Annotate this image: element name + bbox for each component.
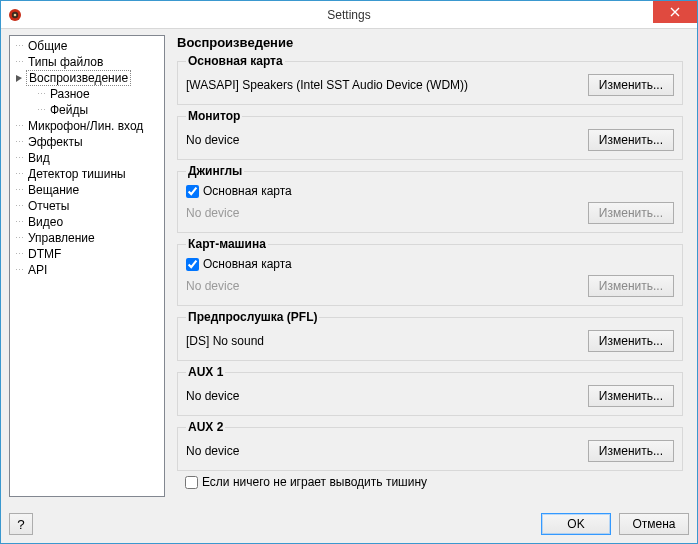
window-title: Settings: [1, 8, 697, 22]
close-button[interactable]: [653, 1, 697, 23]
cart-device: No device: [186, 279, 580, 293]
group-legend: Джинглы: [186, 164, 244, 178]
titlebar: Settings: [1, 1, 697, 29]
group-legend: Карт-машина: [186, 237, 268, 251]
tree-item-effects[interactable]: ⋯Эффекты: [10, 134, 164, 150]
settings-window: Settings ⋯Общие ⋯Типы файлов Воспроизвед…: [0, 0, 698, 544]
tree-item-dtmf[interactable]: ⋯DTMF: [10, 246, 164, 262]
svg-point-2: [14, 13, 17, 16]
help-button[interactable]: ?: [9, 513, 33, 535]
aux1-change-button[interactable]: Изменить...: [588, 385, 674, 407]
tree-item-common[interactable]: ⋯Общие: [10, 38, 164, 54]
tree-item-reports[interactable]: ⋯Отчеты: [10, 198, 164, 214]
pfl-change-button[interactable]: Изменить...: [588, 330, 674, 352]
tree-leaf-icon: ⋯: [14, 201, 25, 212]
tree-item-filetypes[interactable]: ⋯Типы файлов: [10, 54, 164, 70]
tree-leaf-icon: ⋯: [14, 121, 25, 132]
group-legend: Монитор: [186, 109, 242, 123]
app-icon: [7, 7, 23, 23]
ok-button[interactable]: OK: [541, 513, 611, 535]
cart-use-main-input[interactable]: [186, 258, 199, 271]
monitor-change-button[interactable]: Изменить...: [588, 129, 674, 151]
group-legend: Основная карта: [186, 54, 285, 68]
cancel-button[interactable]: Отмена: [619, 513, 689, 535]
group-legend: Предпрослушка (PFL): [186, 310, 319, 324]
tree-leaf-icon: ⋯: [14, 265, 25, 276]
tree-item-fades[interactable]: ⋯Фейды: [10, 102, 164, 118]
cart-use-main-checkbox[interactable]: Основная карта: [186, 257, 674, 271]
pfl-device: [DS] No sound: [186, 334, 580, 348]
tree-item-broadcast[interactable]: ⋯Вещание: [10, 182, 164, 198]
cart-change-button: Изменить...: [588, 275, 674, 297]
content-panel: Воспроизведение Основная карта [WASAPI] …: [173, 35, 689, 497]
group-legend: AUX 2: [186, 420, 225, 434]
nav-tree[interactable]: ⋯Общие ⋯Типы файлов Воспроизведение ⋯Раз…: [9, 35, 165, 497]
tree-item-silence[interactable]: ⋯Детектор тишины: [10, 166, 164, 182]
tree-leaf-icon: ⋯: [14, 233, 25, 244]
main-card-device: [WASAPI] Speakers (Intel SST Audio Devic…: [186, 78, 580, 92]
tree-leaf-icon: ⋯: [14, 57, 25, 68]
monitor-device: No device: [186, 133, 580, 147]
aux2-change-button[interactable]: Изменить...: [588, 440, 674, 462]
aux2-device: No device: [186, 444, 580, 458]
tree-leaf-icon: ⋯: [14, 217, 25, 228]
bottom-bar: ? OK Отмена: [1, 505, 697, 543]
close-icon: [670, 7, 680, 17]
tree-leaf-icon: ⋯: [14, 41, 25, 52]
tree-item-api[interactable]: ⋯API: [10, 262, 164, 278]
jingles-device: No device: [186, 206, 580, 220]
tree-item-view[interactable]: ⋯Вид: [10, 150, 164, 166]
tree-leaf-icon: ⋯: [14, 153, 25, 164]
group-legend: AUX 1: [186, 365, 225, 379]
tree-leaf-icon: ⋯: [14, 185, 25, 196]
tree-item-misc[interactable]: ⋯Разное: [10, 86, 164, 102]
group-main-card: Основная карта [WASAPI] Speakers (Intel …: [177, 54, 683, 105]
jingles-change-button: Изменить...: [588, 202, 674, 224]
group-pfl: Предпрослушка (PFL) [DS] No sound Измени…: [177, 310, 683, 361]
tree-item-playback[interactable]: Воспроизведение: [10, 70, 164, 86]
tree-leaf-icon: ⋯: [36, 89, 47, 100]
tree-expand-icon[interactable]: [14, 73, 25, 84]
tree-item-control[interactable]: ⋯Управление: [10, 230, 164, 246]
tree-leaf-icon: ⋯: [36, 105, 47, 116]
aux1-device: No device: [186, 389, 580, 403]
output-silence-input[interactable]: [185, 476, 198, 489]
group-aux1: AUX 1 No device Изменить...: [177, 365, 683, 416]
group-monitor: Монитор No device Изменить...: [177, 109, 683, 160]
tree-leaf-icon: ⋯: [14, 137, 25, 148]
main-card-change-button[interactable]: Изменить...: [588, 74, 674, 96]
tree-item-mic[interactable]: ⋯Микрофон/Лин. вход: [10, 118, 164, 134]
output-silence-checkbox[interactable]: Если ничего не играет выводить тишину: [185, 475, 687, 489]
tree-leaf-icon: ⋯: [14, 249, 25, 260]
tree-item-video[interactable]: ⋯Видео: [10, 214, 164, 230]
group-aux2: AUX 2 No device Изменить...: [177, 420, 683, 471]
jingles-use-main-input[interactable]: [186, 185, 199, 198]
group-jingles: Джинглы Основная карта No device Изменит…: [177, 164, 683, 233]
group-cart: Карт-машина Основная карта No device Изм…: [177, 237, 683, 306]
jingles-use-main-checkbox[interactable]: Основная карта: [186, 184, 674, 198]
tree-leaf-icon: ⋯: [14, 169, 25, 180]
page-title: Воспроизведение: [177, 35, 689, 50]
